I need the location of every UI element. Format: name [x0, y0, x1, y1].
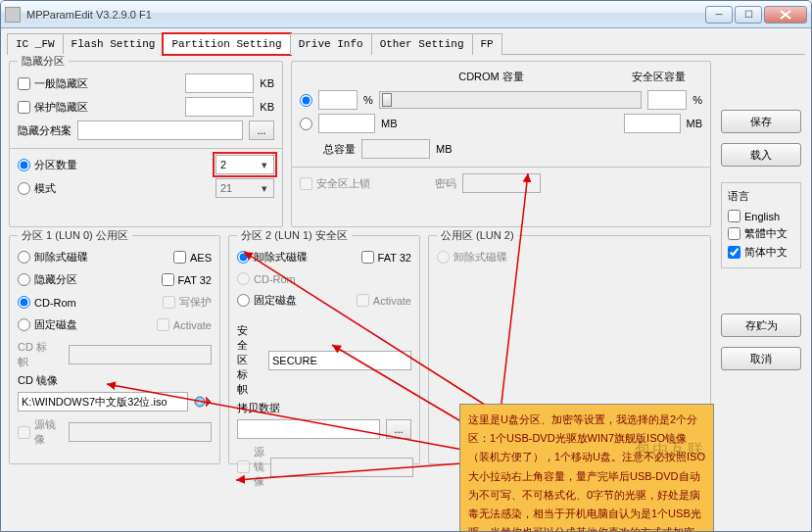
tab-partition-setting[interactable]: Partition Setting [163, 33, 290, 55]
mode-radio[interactable]: 模式 [18, 181, 56, 196]
lun0-group: 分区 1 (LUN 0) 公用区 卸除式磁碟AES 隐藏分区FAT 32 CD-… [9, 235, 220, 464]
hidden-archive-value[interactable] [77, 121, 243, 140]
hidden-archive-label: 隐藏分档案 [18, 123, 72, 138]
mb-label-3: MB [436, 143, 453, 155]
lun1-fixed-radio[interactable]: 固定磁盘 [237, 293, 297, 308]
mode-select[interactable]: 21▾ [215, 178, 274, 198]
lun1-copydata-browse[interactable]: ... [386, 419, 411, 439]
lun0-fixed-radio[interactable]: 固定磁盘 [18, 317, 77, 332]
tab-flash-setting[interactable]: Flash Setting [63, 33, 165, 55]
safe-mb-value[interactable] [624, 114, 681, 133]
lun1-source-image-check[interactable]: 源镜像 [237, 445, 264, 489]
lun1-source-image-value [270, 458, 413, 477]
safe-percent-value[interactable] [647, 90, 687, 110]
lun0-cdlabel-label: CD 标帜 [18, 340, 57, 369]
slider-thumb[interactable] [382, 93, 392, 107]
lun0-source-image-value [69, 422, 212, 442]
mb-label: MB [381, 118, 398, 129]
percent-sign: % [363, 94, 373, 106]
lun1-copydata-value[interactable] [237, 419, 380, 439]
lun1-safelabel-label: 安全区标帜 [237, 323, 257, 397]
hidden-archive-browse[interactable]: ... [249, 121, 274, 140]
lang-traditional[interactable]: 繁體中文 [728, 226, 788, 241]
cdrom-percent-value[interactable] [318, 90, 358, 110]
minimize-button[interactable]: ─ [705, 6, 733, 24]
percent-sign-2: % [693, 94, 702, 106]
tab-other-setting[interactable]: Other Setting [371, 33, 473, 55]
tab-fp[interactable]: FP [472, 33, 502, 55]
normal-hidden-check[interactable]: 一般隐藏区 [18, 76, 88, 91]
lun0-cdlabel-value [69, 345, 212, 364]
percent-radio[interactable] [300, 94, 312, 107]
tab-drive-info[interactable]: Drive Info [290, 33, 372, 55]
total-capacity-label: 总容量 [323, 142, 356, 157]
disc-icon[interactable] [194, 394, 212, 410]
close-button[interactable] [764, 6, 807, 24]
lun1-title: 分区 2 (LUN 1) 安全区 [237, 228, 352, 243]
protect-hidden-check[interactable]: 保护隐藏区 [18, 100, 88, 115]
password-input [462, 173, 541, 193]
lun1-copydata-label: 拷贝数据 [237, 401, 280, 415]
mb-radio[interactable] [300, 118, 312, 130]
lang-english[interactable]: English [728, 210, 780, 222]
lun2-title: 公用区 (LUN 2) [437, 228, 518, 243]
cancel-button[interactable]: 取消 [721, 347, 801, 370]
normal-hidden-value[interactable] [185, 73, 254, 93]
lun1-safelabel-value[interactable] [268, 351, 411, 370]
lun0-hidden-radio[interactable]: 隐藏分区 [18, 272, 77, 287]
cdrom-capacity-label: CDROM 容量 [368, 70, 614, 84]
titlebar: MPParamEdit V3.2.9.0 F1 ─ ☐ [1, 1, 811, 28]
lun0-removable-radio[interactable]: 卸除式磁碟 [18, 250, 88, 265]
capacity-slider[interactable] [379, 91, 642, 109]
lun0-cdrom-radio[interactable]: CD-Rom [18, 296, 76, 309]
chevron-down-icon: ▾ [257, 159, 271, 171]
lun0-activate-check[interactable]: Activate [157, 318, 212, 331]
cdrom-mb-value[interactable] [318, 114, 375, 133]
lang-simplified[interactable]: 简体中文 [728, 245, 788, 260]
lun1-group: 分区 2 (LUN 1) 安全区 卸除式磁碟FAT 32 CD-Rom 固定磁盘… [228, 235, 420, 464]
safe-capacity-label: 安全区容量 [614, 70, 702, 84]
capacity-group: CDROM 容量 安全区容量 % % MB [291, 61, 711, 227]
lun0-cdimage-label: CD 镜像 [18, 373, 58, 388]
load-button[interactable]: 载入 [721, 143, 801, 167]
maximize-button[interactable]: ☐ [735, 6, 762, 24]
window-title: MPParamEdit V3.2.9.0 F1 [26, 9, 703, 21]
mb-label-2: MB [687, 118, 703, 129]
app-icon [5, 7, 21, 23]
kb-label: KB [260, 77, 274, 89]
total-capacity-value [361, 139, 430, 159]
lun0-source-image-check[interactable]: 源镜像 [18, 417, 63, 447]
language-label: 语言 [728, 189, 794, 204]
lock-safe-check[interactable]: 安全区上锁 [300, 176, 370, 191]
lun2-removable-radio: 卸除式磁碟 [437, 250, 507, 265]
lun0-aes-check[interactable]: AES [173, 251, 212, 264]
annotation-text: 这里是U盘分区、加密等设置，我选择的是2个分区：1个USB-DVD光驱放WIN7… [468, 413, 705, 532]
save-button[interactable]: 保存 [721, 110, 801, 133]
lun1-activate-check[interactable]: Activate [357, 294, 411, 307]
lun0-writeprotect-check[interactable]: 写保护 [163, 295, 212, 310]
kb-label-2: KB [260, 101, 274, 113]
partition-count-select[interactable]: 2▾ [215, 155, 274, 174]
annotation-box: 这里是U盘分区、加密等设置，我选择的是2个分区：1个USB-DVD光驱放WIN7… [459, 404, 714, 532]
password-label: 密码 [435, 176, 456, 191]
hidden-area-title: 隐藏分区 [18, 54, 69, 69]
protect-hidden-value[interactable] [185, 97, 254, 117]
svg-point-1 [199, 401, 202, 404]
hidden-area-group: 隐藏分区 一般隐藏区 KB 保护隐藏区 KB 隐藏分档案 ... [9, 61, 283, 227]
partition-count-radio[interactable]: 分区数量 [18, 158, 77, 172]
watermark: 包由互联 [635, 440, 705, 460]
lun0-fat32-check[interactable]: FAT 32 [162, 273, 212, 286]
tab-ic-fw[interactable]: IC _FW [7, 33, 64, 55]
tab-bar: IC _FW Flash Setting Partition Setting D… [7, 32, 805, 55]
side-panel: 保存 载入 语言 English 繁體中文 简体中文 存贮为 取消 [719, 61, 803, 464]
lun1-cdrom-radio[interactable]: CD-Rom [237, 272, 296, 285]
chevron-down-icon: ▾ [257, 182, 271, 195]
lun1-fat32-check[interactable]: FAT 32 [361, 251, 411, 264]
save-as-button[interactable]: 存贮为 [721, 314, 801, 337]
lun1-removable-radio[interactable]: 卸除式磁碟 [237, 250, 308, 265]
lun0-cdimage-value[interactable] [18, 392, 188, 411]
language-group: 语言 English 繁體中文 简体中文 [721, 182, 801, 268]
lun0-title: 分区 1 (LUN 0) 公用区 [18, 228, 132, 243]
